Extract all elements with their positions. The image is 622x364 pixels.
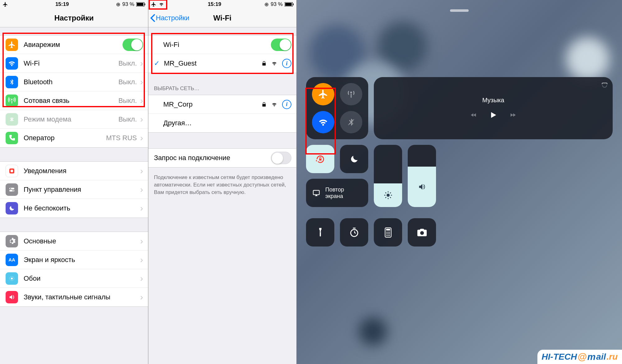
bluetooth-row[interactable]: Bluetooth Выкл. › xyxy=(0,73,148,91)
play-button[interactable] xyxy=(489,110,498,120)
network-row[interactable]: MR_Corp i xyxy=(148,95,296,114)
timer-button[interactable] xyxy=(340,218,368,247)
chevron-right-icon: › xyxy=(139,274,143,283)
calculator-button[interactable] xyxy=(374,218,402,247)
wifi-row[interactable]: Wi-Fi Выкл. › xyxy=(0,54,148,73)
wallpaper-icon xyxy=(6,272,18,285)
control-center-panel: Музыка xyxy=(297,0,622,364)
svg-rect-15 xyxy=(313,190,319,195)
display-row[interactable]: AA Экран и яркость › xyxy=(0,251,148,269)
svg-point-36 xyxy=(389,235,390,236)
settings-group-general: Основные › AA Экран и яркость › Обои › З… xyxy=(0,232,148,307)
svg-point-34 xyxy=(386,235,387,236)
svg-point-29 xyxy=(388,232,388,233)
svg-rect-13 xyxy=(293,3,294,5)
svg-point-31 xyxy=(386,233,387,234)
wifi-signal-icon xyxy=(271,61,278,66)
row-label: Оператор xyxy=(24,134,55,142)
info-button[interactable]: i xyxy=(282,59,291,68)
battery-text: 93 % xyxy=(122,1,134,7)
status-time: 15:19 xyxy=(208,1,221,7)
svg-point-30 xyxy=(389,232,390,233)
info-button[interactable]: i xyxy=(282,100,291,109)
music-widget[interactable]: Музыка xyxy=(374,77,613,139)
row-label: Запрос на подключение xyxy=(154,154,230,162)
dnd-row[interactable]: Не беспокоить › xyxy=(0,199,148,218)
general-row[interactable]: Основные › xyxy=(0,232,148,251)
networks-group: MR_Corp i Другая… xyxy=(148,95,296,133)
connected-network-row[interactable]: ✓ MR_Guest i xyxy=(148,54,296,73)
wifi-icon xyxy=(158,2,165,7)
back-button[interactable]: Настройки xyxy=(150,14,189,22)
moon-icon xyxy=(6,202,18,214)
airplane-mode-toggle[interactable] xyxy=(312,83,334,105)
carrier-row[interactable]: Оператор MTS RUS › xyxy=(0,129,148,147)
row-value: Выкл. xyxy=(118,115,139,123)
checkmark-icon: ✓ xyxy=(154,59,161,67)
cellular-toggle[interactable] xyxy=(340,83,362,105)
svg-point-35 xyxy=(388,235,388,236)
airplane-icon xyxy=(6,39,18,51)
chevron-right-icon: › xyxy=(139,167,143,175)
wifi-toggle[interactable] xyxy=(312,111,334,133)
screen-mirror-label: Повтор экрана xyxy=(325,187,363,200)
next-button[interactable] xyxy=(509,112,517,118)
prev-button[interactable] xyxy=(470,112,478,118)
svg-point-10 xyxy=(11,278,13,279)
camera-button[interactable] xyxy=(408,218,436,247)
brightness-slider[interactable] xyxy=(374,145,402,207)
airplane-mode-row[interactable]: Авиарежим xyxy=(0,35,148,54)
rotation-lock-toggle[interactable] xyxy=(306,145,334,173)
svg-point-7 xyxy=(10,188,11,189)
dnd-toggle[interactable] xyxy=(340,145,368,173)
cellular-row[interactable]: Сотовая связь Выкл. › xyxy=(0,91,148,110)
svg-line-21 xyxy=(385,192,386,193)
ask-join-row[interactable]: Запрос на подключение xyxy=(148,149,296,167)
battery-icon xyxy=(285,2,294,7)
wifi-toggle-row[interactable]: Wi-Fi xyxy=(148,35,296,54)
back-label: Настройки xyxy=(156,14,189,22)
network-name: Другая… xyxy=(163,119,192,127)
chevron-right-icon: › xyxy=(139,256,143,264)
grabber-handle[interactable] xyxy=(450,9,469,12)
notifications-row[interactable]: Уведомления › xyxy=(0,162,148,180)
airplane-toggle[interactable] xyxy=(123,39,143,51)
network-name: MR_Corp xyxy=(163,100,193,108)
ask-join-toggle[interactable] xyxy=(271,152,291,164)
row-label: Wi-Fi xyxy=(163,41,179,49)
volume-slider[interactable] xyxy=(408,145,436,207)
row-value: Выкл. xyxy=(118,97,139,105)
row-label: Основные xyxy=(24,237,56,245)
airplay-icon[interactable] xyxy=(601,81,608,89)
screen-mirroring-button[interactable]: Повтор экрана xyxy=(306,179,368,207)
gear-icon xyxy=(6,235,18,247)
row-label: Режим модема xyxy=(24,115,71,123)
carrier-icon xyxy=(6,132,18,144)
row-label: Обои xyxy=(24,274,40,283)
row-value: Выкл. xyxy=(118,59,139,67)
nav-bar: Настройки Wi-Fi xyxy=(148,9,296,27)
page-title: Настройки xyxy=(54,14,94,22)
sounds-row[interactable]: Звуки, тактильные сигналы › xyxy=(0,288,148,306)
svg-line-23 xyxy=(385,197,386,198)
wallpaper-row[interactable]: Обои › xyxy=(0,269,148,288)
hotspot-row[interactable]: Режим модема Выкл. › xyxy=(0,110,148,129)
chevron-right-icon: › xyxy=(139,134,143,142)
control-center-screen: Музыка xyxy=(297,0,622,364)
control-center-row[interactable]: Пункт управления › xyxy=(0,180,148,199)
wifi-toggle[interactable] xyxy=(271,39,291,51)
svg-rect-2 xyxy=(145,3,145,5)
svg-line-24 xyxy=(390,192,391,193)
row-label: Звуки, тактильные сигналы xyxy=(24,293,110,301)
bluetooth-toggle[interactable] xyxy=(340,111,362,133)
notifications-icon xyxy=(6,165,18,177)
wifi-screen: 15:19 ⊕ 93 % Настройки Wi-Fi Wi-Fi ✓ MR_… xyxy=(148,0,297,364)
other-network-row[interactable]: Другая… xyxy=(148,114,296,132)
row-value: MTS RUS xyxy=(106,134,139,142)
row-label: Авиарежим xyxy=(24,41,60,49)
lock-icon xyxy=(262,101,267,108)
settings-group-connectivity: Авиарежим Wi-Fi Выкл. › Bluetooth Выкл. … xyxy=(0,35,148,148)
status-bar: 15:19 ⊕ 93 % xyxy=(148,0,296,9)
nav-bar: Настройки xyxy=(0,9,148,27)
flashlight-button[interactable] xyxy=(306,218,334,247)
